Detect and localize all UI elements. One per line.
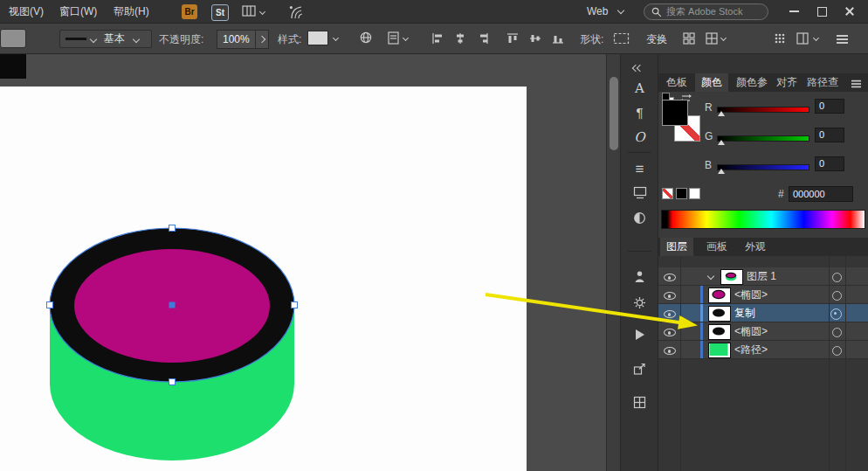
menu-help[interactable]: 帮助(H): [108, 0, 155, 24]
scrollbar-thumb[interactable]: [610, 77, 618, 150]
layer-thumbnail[interactable]: [720, 269, 743, 285]
opentype-panel-icon[interactable]: O: [621, 126, 658, 149]
layer-thumbnail[interactable]: [708, 324, 731, 340]
align-middle-v-icon[interactable]: [529, 32, 541, 45]
document-setup-icon[interactable]: [388, 31, 399, 45]
workspace-grid-icon[interactable]: [774, 32, 786, 45]
align-left-icon[interactable]: [431, 32, 444, 45]
align-top-icon[interactable]: [506, 32, 519, 45]
tool-options-well[interactable]: [0, 29, 26, 48]
sublayer-row-selected[interactable]: 复制: [658, 304, 868, 322]
dock-arrangement-icon[interactable]: [796, 32, 809, 45]
white-swatch[interactable]: [689, 188, 700, 199]
workspace-select[interactable]: Web: [587, 0, 623, 24]
more-options-chevron-icon[interactable]: [720, 35, 727, 41]
target-circle-selected-icon[interactable]: [830, 308, 842, 320]
visibility-eye-icon[interactable]: [664, 271, 676, 282]
black-swatch[interactable]: [676, 188, 687, 199]
layer-thumbnail[interactable]: [708, 287, 731, 303]
align-right-icon[interactable]: [477, 32, 489, 45]
brush-definition-select[interactable]: 基本: [59, 30, 152, 48]
document-setup-chevron-icon[interactable]: [403, 35, 409, 41]
minimize-button[interactable]: [781, 0, 807, 23]
layer-name[interactable]: <椭圆>: [734, 286, 768, 303]
stock-badge[interactable]: St: [211, 4, 229, 21]
visibility-eye-icon[interactable]: [664, 344, 676, 356]
visibility-eye-icon[interactable]: [664, 326, 676, 337]
tab-artboards[interactable]: 画板: [700, 238, 734, 256]
tab-color-guide[interactable]: 颜色参: [730, 73, 774, 92]
paragraph-panel-icon[interactable]: ¶: [621, 101, 658, 124]
transform-label[interactable]: 变换: [646, 33, 667, 45]
anchor-center[interactable]: [169, 302, 176, 308]
anchor-top[interactable]: [169, 225, 176, 232]
menu-window[interactable]: 窗口(W): [54, 0, 102, 24]
opacity-input[interactable]: 100%: [217, 30, 269, 49]
opacity-expand-icon[interactable]: [258, 36, 265, 43]
stock-search-input[interactable]: 搜索 Adobe Stock: [644, 3, 768, 20]
vertical-scrollbar[interactable]: [606, 54, 620, 471]
restore-button[interactable]: [809, 0, 835, 23]
globe-icon[interactable]: [360, 31, 373, 45]
layer-thumbnail[interactable]: [708, 306, 731, 322]
expand-chevron-icon[interactable]: [707, 273, 714, 280]
layer-name[interactable]: <路径>: [734, 341, 768, 358]
style-swatch[interactable]: [307, 31, 328, 45]
gradient-panel-icon[interactable]: [633, 211, 646, 225]
channel-r-value[interactable]: 0: [815, 99, 844, 114]
channel-r-slider[interactable]: [717, 107, 809, 113]
tab-color[interactable]: 颜色: [695, 73, 728, 92]
more-options-icon[interactable]: [706, 32, 718, 45]
channel-g-handle[interactable]: [718, 140, 725, 145]
artboard-panel-icon[interactable]: [633, 186, 647, 199]
channel-b-slider[interactable]: [717, 164, 809, 170]
fill-proxy[interactable]: [662, 100, 688, 126]
tab-swatches[interactable]: 色板: [660, 73, 693, 92]
target-circle-icon[interactable]: [832, 291, 842, 301]
hex-input[interactable]: 000000: [789, 186, 853, 202]
visibility-eye-icon[interactable]: [664, 289, 676, 301]
anchor-left[interactable]: [47, 302, 53, 308]
align-bottom-icon[interactable]: [552, 32, 564, 45]
anchor-bottom[interactable]: [169, 379, 176, 385]
layer-name[interactable]: 图层 1: [747, 267, 776, 285]
color-spectrum[interactable]: [661, 210, 865, 229]
layer-row[interactable]: 图层 1: [658, 267, 868, 286]
align-center-h-icon[interactable]: [454, 32, 466, 45]
anchor-right[interactable]: [292, 302, 298, 308]
close-button[interactable]: [835, 0, 865, 23]
layer-name[interactable]: 复制: [734, 304, 755, 322]
tab-layers[interactable]: 图层: [660, 238, 693, 256]
layer-name[interactable]: <椭圆>: [734, 322, 768, 340]
channel-b-handle[interactable]: [718, 169, 725, 174]
sublayer-row[interactable]: <椭圆>: [658, 286, 868, 304]
channel-g-slider[interactable]: [717, 135, 809, 142]
shape-mode-icon[interactable]: [613, 32, 630, 45]
workspace-switcher-icon[interactable]: [242, 5, 256, 17]
tab-align[interactable]: 对齐: [770, 73, 803, 92]
layer-thumbnail[interactable]: [708, 343, 731, 358]
play-actions-icon[interactable]: [636, 329, 644, 340]
free-transform-panel-icon[interactable]: [633, 396, 646, 409]
expand-panels-icon[interactable]: [633, 61, 643, 73]
tab-appearance[interactable]: 外观: [739, 238, 772, 256]
channel-r-handle[interactable]: [718, 111, 725, 116]
workspace-switcher-chevron-icon[interactable]: [259, 9, 265, 15]
tab-pathfinder[interactable]: 路径查: [801, 73, 844, 92]
channel-g-value[interactable]: 0: [815, 128, 844, 142]
none-swatch[interactable]: [662, 188, 673, 199]
channel-b-value[interactable]: 0: [815, 156, 844, 171]
export-panel-icon[interactable]: [633, 363, 646, 376]
sublayer-row[interactable]: <路径>: [658, 341, 868, 359]
visibility-eye-icon[interactable]: [664, 308, 676, 319]
paragraph-styles-panel-icon[interactable]: ≡: [621, 158, 658, 181]
target-circle-icon[interactable]: [832, 346, 842, 356]
panel-menu-icon[interactable]: [851, 79, 861, 89]
control-menu-icon[interactable]: [837, 33, 848, 45]
bridge-badge[interactable]: Br: [182, 4, 197, 19]
dock-arrangement-chevron-icon[interactable]: [813, 35, 819, 41]
character-panel-icon[interactable]: A: [621, 77, 658, 100]
sublayer-row[interactable]: <椭圆>: [658, 322, 868, 341]
target-circle-icon[interactable]: [832, 328, 842, 337]
actions-gear-icon[interactable]: [633, 296, 646, 309]
